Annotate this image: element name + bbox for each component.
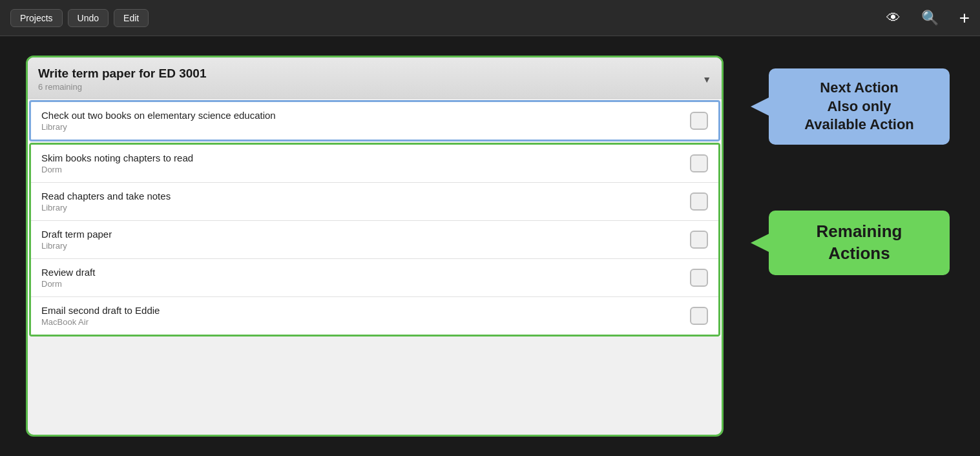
next-action-item[interactable]: Check out two books on elementary scienc… (29, 100, 720, 141)
remaining-item-4[interactable]: Email second draft to Eddie MacBook Air (31, 297, 718, 335)
remaining-item-3[interactable]: Review draft Dorm (31, 259, 718, 297)
search-icon[interactable]: 🔍 (921, 10, 939, 26)
project-panel: Write term paper for ED 3001 6 remaining… (26, 56, 724, 437)
content-area: Write term paper for ED 3001 6 remaining… (0, 36, 980, 456)
remaining-checkbox-3[interactable] (690, 269, 708, 287)
undo-button[interactable]: Undo (68, 9, 109, 27)
remaining-group: Skim books noting chapters to read Dorm … (29, 143, 720, 337)
remaining-title-1: Read chapters and take notes (41, 191, 682, 202)
remaining-context-1: Library (41, 203, 682, 212)
remaining-title-0: Skim books noting chapters to read (41, 152, 682, 163)
remaining-context-2: Library (41, 241, 682, 251)
remaining-context-0: Dorm (41, 165, 682, 174)
next-action-title: Check out two books on elementary scienc… (41, 110, 682, 121)
remaining-actions-callout: RemainingActions (769, 211, 950, 275)
add-icon[interactable]: + (959, 8, 970, 28)
next-action-callout-text: Next ActionAlso onlyAvailable Action (804, 79, 914, 132)
project-chevron-icon[interactable]: ▼ (702, 74, 711, 85)
remaining-item-1[interactable]: Read chapters and take notes Library (31, 183, 718, 221)
remaining-checkbox-1[interactable] (690, 192, 708, 211)
project-title: Write term paper for ED 3001 (38, 67, 206, 81)
next-action-callout: Next ActionAlso onlyAvailable Action (769, 68, 950, 145)
remaining-item-0[interactable]: Skim books noting chapters to read Dorm (31, 145, 718, 183)
remaining-checkbox-2[interactable] (690, 231, 708, 249)
toolbar: Projects Undo Edit 👁 🔍 + (0, 0, 980, 36)
remaining-checkbox-4[interactable] (690, 307, 708, 325)
next-action-context: Library (41, 122, 682, 132)
remaining-title-2: Draft term paper (41, 229, 682, 240)
project-header: Write term paper for ED 3001 6 remaining… (28, 57, 722, 99)
projects-button[interactable]: Projects (10, 9, 63, 27)
remaining-actions-callout-text: RemainingActions (817, 222, 902, 263)
remaining-item-2[interactable]: Draft term paper Library (31, 221, 718, 259)
next-action-text: Check out two books on elementary scienc… (41, 110, 682, 132)
annotations-panel: Next ActionAlso onlyAvailable Action Rem… (743, 56, 956, 437)
project-header-text: Write term paper for ED 3001 6 remaining (38, 67, 206, 92)
action-list: Check out two books on elementary scienc… (28, 100, 722, 337)
remaining-title-4: Email second draft to Eddie (41, 305, 682, 316)
remaining-checkbox-0[interactable] (690, 154, 708, 172)
eye-icon[interactable]: 👁 (886, 10, 901, 26)
remaining-title-3: Review draft (41, 267, 682, 278)
remaining-context-4: MacBook Air (41, 317, 682, 327)
project-remaining: 6 remaining (38, 82, 206, 92)
remaining-context-3: Dorm (41, 279, 682, 289)
next-action-checkbox[interactable] (690, 112, 708, 130)
edit-button[interactable]: Edit (114, 9, 149, 27)
